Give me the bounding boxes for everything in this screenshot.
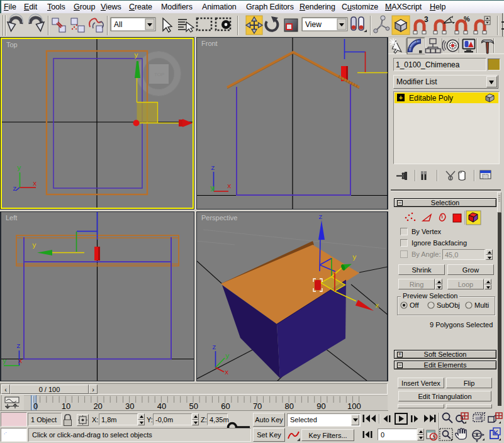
- svg-text:TOP: TOP: [154, 72, 164, 77]
- svg-text:x: x: [18, 357, 23, 365]
- svg-text:100: 100: [347, 401, 361, 411]
- svg-text:40: 40: [157, 401, 166, 411]
- svg-text:x: x: [227, 182, 232, 190]
- svg-text:z: z: [212, 344, 216, 351]
- svg-text:y: y: [134, 52, 138, 59]
- svg-text:y: y: [352, 254, 357, 261]
- svg-text:z: z: [318, 213, 323, 221]
- svg-text:3: 3: [424, 15, 428, 24]
- svg-text:y: y: [3, 357, 7, 365]
- svg-text:View: View: [305, 20, 322, 29]
- svg-text:y: y: [225, 352, 230, 360]
- svg-text:z: z: [16, 342, 21, 350]
- svg-text:x: x: [375, 302, 379, 310]
- svg-text:%: %: [464, 15, 470, 23]
- svg-text:y: y: [17, 164, 21, 172]
- svg-text:y: y: [32, 242, 36, 249]
- svg-text:80: 80: [285, 401, 294, 411]
- svg-text:x: x: [225, 369, 229, 376]
- svg-text:10: 10: [62, 401, 70, 411]
- svg-text:All: All: [114, 20, 122, 29]
- svg-text:20: 20: [93, 401, 102, 411]
- svg-text:z: z: [13, 185, 17, 193]
- svg-text:60: 60: [221, 401, 230, 411]
- svg-text:x: x: [33, 180, 37, 188]
- svg-text:50: 50: [189, 401, 198, 411]
- svg-text:z: z: [211, 164, 215, 172]
- svg-text:0: 0: [33, 401, 38, 411]
- svg-text:90: 90: [316, 401, 325, 411]
- svg-text:70: 70: [253, 401, 262, 411]
- svg-text:30: 30: [125, 401, 134, 411]
